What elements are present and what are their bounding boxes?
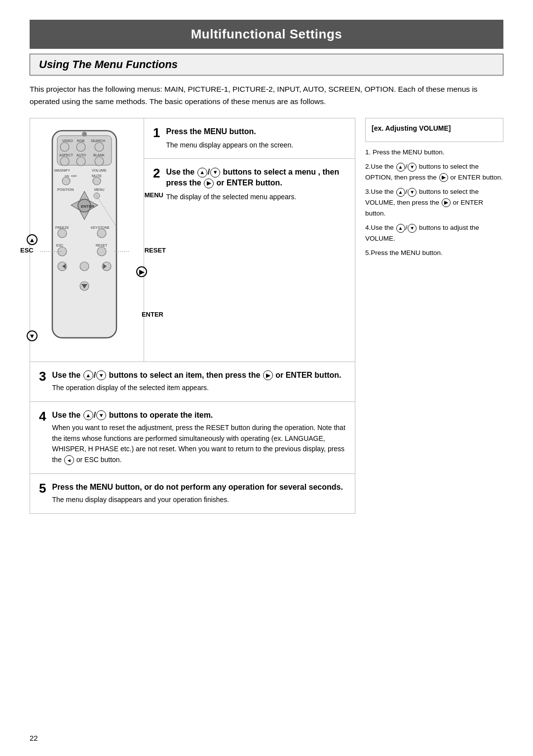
svg-point-38 [97, 247, 106, 256]
section-title: Using The Menu Functions [30, 54, 503, 75]
header-title: Multifunctional Settings [191, 27, 343, 41]
remote-area: ▲ ▼ ▶ [30, 118, 144, 361]
step-4-title: Use the ▲/▼ buttons to operate the item. [52, 410, 346, 421]
right-arrow-icon-2: ▶ [204, 179, 214, 188]
up-arrow-icon-2: ▲ [197, 168, 207, 178]
svg-point-8 [95, 143, 104, 151]
step-4-desc: When you want to reset the adjustment, p… [52, 423, 346, 466]
svg-text:RGB: RGB [77, 139, 85, 143]
svg-point-13 [76, 157, 85, 166]
down-icon-ex4: ▼ [408, 224, 417, 233]
esc-label: ESC [20, 247, 34, 254]
down-icon-ex2: ▼ [408, 163, 417, 172]
example-box: [ex. Adjusting VOLUME] [365, 118, 503, 142]
step-1-title: Press the MENU button. [166, 126, 293, 137]
svg-text:OFF: OFF [71, 175, 77, 178]
step-4-row: 4 Use the ▲/▼ buttons to operate the ite… [30, 402, 355, 474]
svg-point-21 [93, 177, 101, 185]
remote-illustration: ▲ ▼ ▶ [38, 128, 136, 357]
down-icon-ex3: ▼ [408, 188, 417, 197]
up-arrow-icon-3: ▲ [83, 370, 93, 380]
main-content: ▲ ▼ ▶ [30, 118, 503, 514]
svg-point-12 [60, 157, 69, 166]
step-5-num: 5 [39, 482, 46, 495]
svg-text:VIDEO: VIDEO [62, 139, 73, 143]
svg-point-34 [97, 229, 106, 238]
up-icon-ex2: ▲ [396, 163, 405, 172]
step-3-num: 3 [39, 370, 46, 383]
down-arrow-icon-4: ▼ [96, 410, 106, 420]
arrow-up-label: ▲ [27, 234, 38, 246]
svg-text:VOLUME: VOLUME [92, 169, 107, 172]
step-2-num: 2 [153, 167, 160, 180]
svg-text:MENU: MENU [94, 188, 105, 191]
svg-point-41 [80, 262, 89, 271]
step-1-box: 1 Press the MENU button. The menu displa… [144, 118, 355, 159]
left-column: ▲ ▼ ▶ [30, 118, 355, 514]
header-bar: Multifunctional Settings [30, 20, 503, 49]
steps-1-2-text: 1 Press the MENU button. The menu displa… [144, 118, 355, 361]
page-number: 22 [30, 734, 38, 742]
svg-point-6 [60, 143, 69, 151]
svg-point-2 [82, 132, 87, 137]
step-1-desc: The menu display appears on the screen. [166, 140, 293, 150]
svg-point-14 [95, 157, 104, 166]
step-3-title: Use the ▲/▼ buttons to select an item, t… [52, 370, 341, 381]
right-icon-ex2: ▶ [439, 173, 448, 182]
step-3-desc: The operation display of the selected it… [52, 383, 341, 394]
right-arrow-icon-3: ▶ [263, 370, 273, 380]
up-icon-ex3: ▲ [396, 188, 405, 197]
step-1-num: 1 [153, 126, 160, 139]
arrow-right-label: ▶ [136, 266, 147, 278]
reset-label: RESET [145, 247, 166, 254]
step-5-desc: The menu display disappears and your ope… [52, 495, 343, 505]
right-column: [ex. Adjusting VOLUME] 1. Press the MENU… [355, 118, 503, 514]
remote-svg: VIDEO RGB SEARCH ASPECT AUTO BLANK [38, 128, 131, 355]
page: Multifunctional Settings Using The Menu … [0, 0, 533, 756]
svg-text:ASPECT: ASPECT [59, 153, 74, 157]
svg-point-33 [58, 229, 67, 238]
enter-label: ENTER [142, 311, 163, 318]
svg-point-7 [76, 143, 85, 151]
svg-text:AUTO: AUTO [76, 153, 86, 157]
svg-text:ESC: ESC [56, 244, 63, 247]
up-icon-ex4: ▲ [396, 224, 405, 233]
svg-text:SEARCH: SEARCH [91, 139, 105, 143]
up-arrow-icon-4: ▲ [83, 410, 93, 420]
intro-text: This projector has the following menus: … [30, 83, 503, 108]
svg-point-18 [62, 177, 70, 185]
example-steps: 1. Press the MENU button. 2.Use the ▲/▼ … [365, 147, 503, 258]
example-step-1: 1. Press the MENU button. [365, 147, 503, 158]
example-step-4: 4.Use the ▲/▼ buttons to adjust the VOLU… [365, 222, 503, 244]
down-arrow-icon-2: ▼ [210, 168, 220, 178]
step-2-desc: The display of the selected menu appears… [166, 192, 346, 202]
step-4-num: 4 [39, 410, 46, 423]
step-2-box: 2 Use the ▲/▼ buttons to select a menu ,… [144, 159, 355, 210]
example-title: [ex. Adjusting VOLUME] [372, 123, 497, 134]
step-5-row: 5 Press the MENU button, or do not perfo… [30, 474, 355, 514]
example-step-3: 3.Use the ▲/▼ buttons to select the VOLU… [365, 186, 503, 218]
svg-text:ENTER: ENTER [81, 204, 94, 209]
arrow-down-label: ▼ [27, 330, 38, 342]
menu-label: MENU [145, 191, 163, 199]
step-5-title: Press the MENU button, or do not perform… [52, 482, 343, 493]
svg-text:BLANK: BLANK [93, 153, 105, 157]
down-arrow-icon-3: ▼ [96, 370, 106, 380]
left-arrow-icon-4: ◄ [64, 455, 74, 465]
step-2-title: Use the ▲/▼ buttons to select a menu , t… [166, 167, 346, 189]
step-3-row: 3 Use the ▲/▼ buttons to select an item,… [30, 362, 355, 402]
example-step-5: 5.Press the MENU button. [365, 248, 503, 258]
svg-text:POSITION: POSITION [57, 188, 74, 191]
steps-1-2-container: ▲ ▼ ▶ [30, 118, 355, 362]
example-step-2: 2.Use the ▲/▼ buttons to select the OPTI… [365, 161, 503, 182]
right-icon-ex3: ▶ [442, 198, 451, 207]
svg-text:RESET: RESET [96, 244, 108, 247]
svg-text:MAGNIFY: MAGNIFY [54, 169, 70, 172]
